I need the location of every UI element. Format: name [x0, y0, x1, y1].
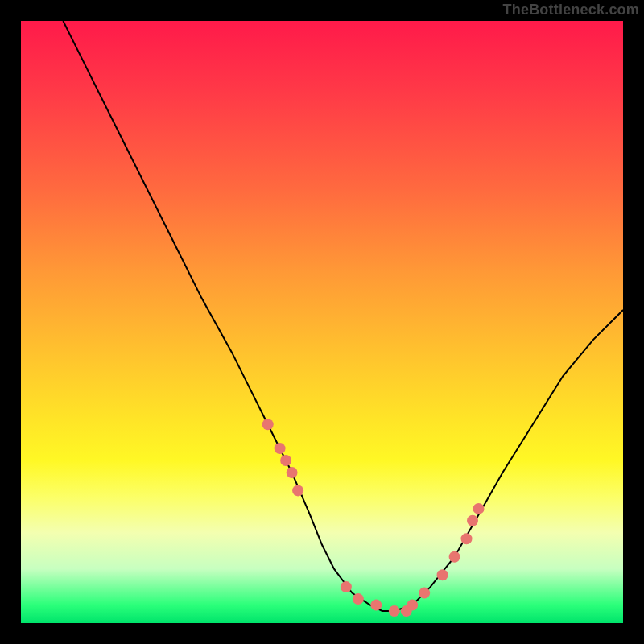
marker-dot [437, 569, 448, 580]
marker-dot [292, 485, 303, 496]
marker-dot [280, 455, 291, 466]
chart-svg [21, 21, 623, 623]
marker-dot [341, 581, 352, 592]
watermark-text: TheBottleneck.com [503, 2, 639, 19]
marker-dot [461, 533, 473, 544]
plot-area [21, 21, 623, 623]
marker-dot [407, 600, 418, 611]
marker-dot [467, 515, 478, 526]
marker-dot [419, 588, 430, 599]
marker-dot [275, 443, 286, 454]
marker-dot [389, 605, 400, 617]
marker-dot [287, 467, 298, 478]
chart-frame: TheBottleneck.com [0, 0, 644, 644]
marker-dot [473, 503, 485, 514]
marker-dot [262, 419, 274, 430]
marker-dot [353, 593, 364, 605]
marker-dot-group [262, 419, 485, 617]
marker-dot [449, 551, 460, 563]
marker-dot [370, 600, 382, 611]
bottleneck-curve [63, 21, 623, 611]
